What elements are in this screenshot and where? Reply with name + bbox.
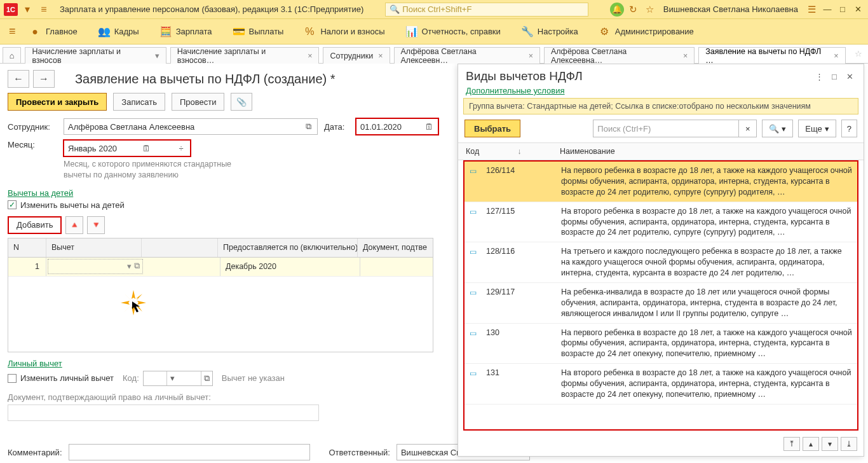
nav-back-button[interactable]: ← [8,70,29,88]
table-row[interactable]: 1 ▾⧉ Декабрь 2020 [8,258,433,277]
checkbox-change-personal[interactable]: ✓ [8,374,17,383]
chevron-down-icon[interactable]: ▾ [155,51,159,60]
employee-input[interactable]: Алфёрова Светлана Алексеевна ⧉ [64,118,318,135]
maximize-button[interactable]: □ [836,4,849,14]
move-down-button[interactable]: 🔻 [87,216,105,234]
col-doc[interactable]: Документ, подтве [358,238,433,257]
menu-item-reports[interactable]: 📊Отчетность, справки [395,19,511,45]
month-input[interactable]: Январь 2020 🗓 ÷ [64,140,191,156]
row-desc: На первого ребенка в возрасте до 18 лет,… [561,328,852,360]
col-code[interactable]: Код [466,147,479,156]
calendar-icon[interactable]: 🗓 [424,122,434,132]
panel-select-button[interactable]: Выбрать [465,120,520,137]
menu-item-main[interactable]: ●Главное [19,19,88,45]
month-label: Месяц: [8,140,57,149]
open-icon[interactable]: ⧉ [134,261,140,271]
doc-input[interactable] [8,404,319,421]
menu-item-payouts[interactable]: 💳Выплаты [222,19,294,45]
gear-icon: ⚙ [599,25,610,38]
menu-item-taxes[interactable]: %Налоги и взносы [294,19,395,45]
tab-payroll-1[interactable]: Начисление зарплаты и взносов▾ [25,47,166,64]
tab-employee-2[interactable]: Алфёрова Светлана Алексеевна…× [544,47,695,64]
close-window-button[interactable]: ✕ [851,4,864,14]
current-user[interactable]: Вишневская Светлана Николаевна [660,4,802,14]
nav-last-button[interactable]: ⤓ [841,437,857,451]
open-icon[interactable]: ⧉ [303,121,313,132]
list-row[interactable]: ▭127/115На второго ребенка в возрасте до… [465,202,857,243]
list-row[interactable]: ▭131На второго ребенка в возрасте до 18 … [465,364,857,404]
home-icon: ● [29,26,41,38]
post-and-close-button[interactable]: Провести и закрыть [8,93,107,111]
filter-icon[interactable]: ☰ [804,4,818,15]
panel-search-options[interactable]: 🔍▾ [762,120,793,137]
panel-more-icon[interactable]: ⋮ [811,72,827,81]
history-icon[interactable]: ↻ [627,4,641,15]
attach-button[interactable]: 📎 [231,93,252,111]
col-n[interactable]: N [8,238,46,257]
col-until[interactable]: Предоставляется по (включительно) [218,238,358,257]
comment-input[interactable] [69,444,310,460]
dropdown-icon[interactable]: ▾ [127,261,132,271]
code-input[interactable]: ▾⧉ [143,371,213,386]
menu-item-settings[interactable]: 🔧Настройка [511,19,588,45]
menu-burger-icon[interactable]: ≡ [4,25,19,38]
panel-close-icon[interactable]: ✕ [842,72,857,81]
list-row[interactable]: ▭130На первого ребенка в возрасте до 18 … [465,324,857,364]
dropdown-icon[interactable]: ▾ [166,371,178,385]
close-tab-icon[interactable]: × [308,52,312,60]
list-row[interactable]: ▭128/116На третьего и каждого последующе… [465,242,857,283]
checkbox-change-children[interactable]: ✓ [8,200,17,209]
dropdown-icon[interactable]: ▾ [20,3,34,15]
nav-forward-button[interactable]: → [33,70,55,88]
cell-until[interactable]: Декабрь 2020 [220,258,360,276]
menu-item-salary[interactable]: 🧮Зарплата [149,19,222,45]
panel-search-placeholder: Поиск (Ctrl+F) [597,124,651,134]
date-input[interactable]: 01.01.2020 🗓 [356,118,438,135]
favorite-star-icon[interactable]: ☆ [643,4,657,15]
list-row[interactable]: ▭126/114На первого ребенка в возрасте до… [465,162,857,202]
panel-help-button[interactable]: ? [841,120,857,137]
tab-deduction-request[interactable]: Заявление на вычеты по НДФЛ …× [698,47,845,64]
search-placeholder: Поиск Ctrl+Shift+F [402,4,471,14]
col-deduction[interactable]: Вычет [46,238,142,257]
open-icon[interactable]: ⧉ [201,371,212,385]
global-search-input[interactable]: 🔍 Поиск Ctrl+Shift+F [385,3,588,17]
tab-favorite-icon[interactable]: ☆ [850,45,868,63]
panel-subtitle-link[interactable]: Дополнительные условия [458,85,864,98]
save-button[interactable]: Записать [113,93,165,111]
cell-doc[interactable] [360,258,433,276]
close-tab-icon[interactable]: × [529,52,533,60]
sort-desc-icon[interactable]: ↓ [517,147,521,156]
notification-bell-icon[interactable]: 🔔 [610,3,624,17]
panel-detach-icon[interactable]: □ [827,72,842,81]
post-button[interactable]: Провести [172,93,225,111]
move-up-button[interactable]: 🔺 [65,216,83,234]
close-tab-icon[interactable]: × [834,52,838,60]
spinner-icon[interactable]: ÷ [176,144,186,153]
nav-down-button[interactable]: ▾ [822,437,838,451]
home-tab[interactable]: ⌂ [3,47,21,63]
titlebar: 1C ▾ ≡ Зарплата и управление персоналом … [0,0,868,19]
add-row-button[interactable]: Добавить [8,216,62,234]
cell-deduction-picker[interactable]: ▾⧉ [48,259,143,274]
col-name[interactable]: Наименование [553,147,864,156]
nav-first-button[interactable]: ⤒ [783,437,800,451]
table-header-row: N Вычет Предоставляется по (включительно… [8,238,433,258]
list-row[interactable]: ▭129/117На ребенка-инвалида в возрасте д… [465,283,857,324]
tab-label: Алфёрова Светлана Алексеевн… [401,47,524,65]
item-icon: ▭ [470,328,481,360]
tab-employees[interactable]: Сотрудники× [323,47,390,64]
tab-payroll-2[interactable]: Начисление зарплаты и взносов…× [170,47,320,64]
panel-search-input[interactable]: Поиск (Ctrl+F) [593,120,739,137]
menu-item-hr[interactable]: 👥Кадры [88,19,149,45]
calendar-icon[interactable]: 🗓 [142,144,152,153]
hamburger-icon[interactable]: ≡ [37,4,51,15]
tab-employee-1[interactable]: Алфёрова Светлана Алексеевн…× [394,47,540,64]
minimize-button[interactable]: — [821,4,834,14]
nav-up-button[interactable]: ▴ [803,437,819,451]
panel-more-button[interactable]: Еще▾ [798,120,836,137]
close-tab-icon[interactable]: × [683,52,688,60]
panel-search-clear[interactable]: × [739,120,757,137]
menu-item-admin[interactable]: ⚙Администрирование [588,19,704,45]
close-tab-icon[interactable]: × [378,52,383,60]
